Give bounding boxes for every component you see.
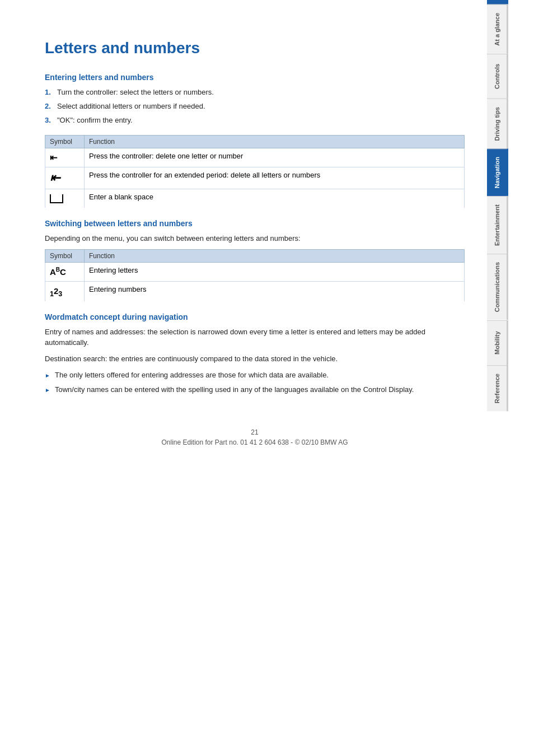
table-row: ⇤ Press the controller for an extended p… (45, 167, 465, 189)
list-item: ► The only letters offered for entering … (45, 370, 465, 380)
entering-heading: Entering letters and numbers (45, 73, 465, 82)
page-number: 21 (45, 428, 465, 436)
switching-heading: Switching between letters and numbers (45, 219, 465, 228)
step-text: "OK": confirm the entry. (57, 115, 133, 125)
list-item: ► Town/city names can be entered with th… (45, 385, 465, 395)
sidebar-tab-entertainment[interactable]: Entertainment (487, 196, 508, 254)
col-header-symbol: Symbol (45, 135, 85, 148)
step-number: 2. (45, 101, 57, 111)
backspace-large-icon: ⇤ (50, 171, 60, 185)
edition-text: Online Edition for Part no. 01 41 2 604 … (45, 438, 465, 446)
space-icon (50, 194, 63, 203)
col-header-function: Function (85, 135, 465, 148)
right-sidebar: At a glance Controls Driving tips Naviga… (487, 0, 508, 756)
sidebar-tab-controls[interactable]: Controls (487, 54, 508, 99)
symbol-cell: ⇤ (45, 167, 85, 189)
table-row: Enter a blank space (45, 189, 465, 208)
numeric-icon: 123 (50, 286, 62, 296)
function-cell: Press the controller for an extended per… (85, 167, 465, 189)
abc-icon: ABC (50, 267, 66, 277)
function-cell: Enter a blank space (85, 189, 465, 208)
step-number: 1. (45, 87, 57, 97)
entering-symbol-table: Symbol Function ⇤ Press the controller: … (45, 135, 465, 208)
switching-section: Switching between letters and numbers De… (45, 219, 465, 302)
wordmatch-bullets: ► The only letters offered for entering … (45, 370, 465, 395)
switching-body: Depending on the menu, you can switch be… (45, 234, 465, 244)
col-header-function: Function (85, 250, 465, 263)
sidebar-tab-reference[interactable]: Reference (487, 365, 508, 411)
function-cell: Press the controller: delete one letter … (85, 148, 465, 167)
step-text: Turn the controller: select the letters … (57, 87, 214, 97)
list-item: 2. Select additional letters or numbers … (45, 101, 465, 111)
list-item: 1. Turn the controller: select the lette… (45, 87, 465, 97)
page-footer: 21 Online Edition for Part no. 01 41 2 6… (45, 428, 465, 458)
sidebar-tab-navigation[interactable]: Navigation (487, 148, 508, 196)
switching-symbol-table: Symbol Function ABC Entering letters 123 (45, 249, 465, 301)
symbol-cell: 123 (45, 282, 85, 302)
backspace-small-icon: ⇤ (50, 152, 57, 163)
symbol-cell: ABC (45, 263, 85, 282)
col-header-symbol: Symbol (45, 250, 85, 263)
main-content: Letters and numbers Entering letters and… (0, 0, 487, 756)
triangle-icon: ► (45, 386, 55, 395)
wordmatch-para1: Entry of names and addresses: the select… (45, 327, 465, 348)
table-row: ⇤ Press the controller: delete one lette… (45, 148, 465, 167)
step-number: 3. (45, 115, 57, 125)
sidebar-accent (487, 0, 508, 4)
wordmatch-para2: Destination search: the entries are cont… (45, 354, 465, 365)
table-row: ABC Entering letters (45, 263, 465, 282)
list-item: 3. "OK": confirm the entry. (45, 115, 465, 125)
symbol-cell: ⇤ (45, 148, 85, 167)
function-cell: Entering numbers (85, 282, 465, 302)
sidebar-tab-driving-tips[interactable]: Driving tips (487, 99, 508, 149)
sidebar-tab-communications[interactable]: Communications (487, 254, 508, 320)
function-cell: Entering letters (85, 263, 465, 282)
entering-section: Entering letters and numbers 1. Turn the… (45, 73, 465, 208)
bullet-text: Town/city names can be entered with the … (55, 385, 414, 395)
page-title: Letters and numbers (45, 39, 465, 57)
sidebar-tab-mobility[interactable]: Mobility (487, 320, 508, 365)
bullet-text: The only letters offered for entering ad… (55, 370, 329, 380)
triangle-icon: ► (45, 372, 55, 380)
step-text: Select additional letters or numbers if … (57, 101, 205, 111)
wordmatch-heading: Wordmatch concept during navigation (45, 312, 465, 321)
symbol-cell (45, 189, 85, 208)
steps-list: 1. Turn the controller: select the lette… (45, 87, 465, 126)
wordmatch-section: Wordmatch concept during navigation Entr… (45, 312, 465, 395)
sidebar-tab-at-a-glance[interactable]: At a glance (487, 4, 508, 54)
table-row: 123 Entering numbers (45, 282, 465, 302)
